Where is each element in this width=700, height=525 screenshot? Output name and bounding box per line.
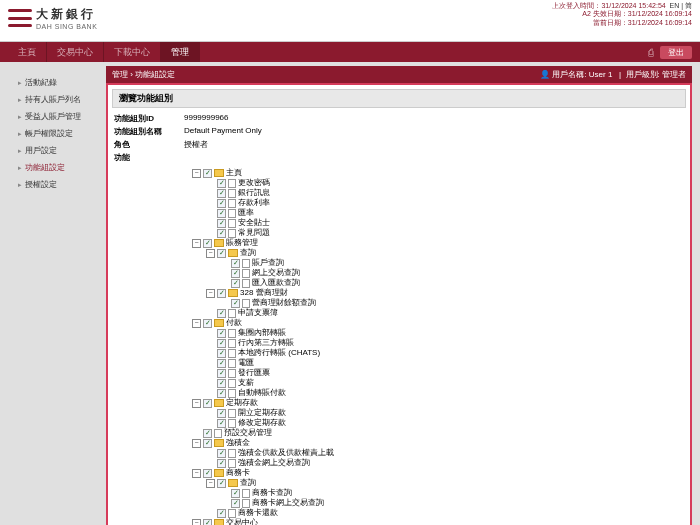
tree-node[interactable]: ✓商務卡查詢 xyxy=(182,488,686,498)
tree-node[interactable]: ✓強積金網上交易查詢 xyxy=(182,458,686,468)
checkbox[interactable]: ✓ xyxy=(217,289,226,298)
sidebar-item-auth[interactable]: 授權設定 xyxy=(8,176,98,193)
tree-node[interactable]: ✓電匯 xyxy=(182,358,686,368)
checkbox[interactable]: ✓ xyxy=(231,499,240,508)
tree-node[interactable]: ✓申請支票簿 xyxy=(182,308,686,318)
tree-node[interactable]: ✓支薪 xyxy=(182,378,686,388)
logout-button[interactable]: 登出 xyxy=(660,46,692,59)
checkbox[interactable]: ✓ xyxy=(217,329,226,338)
tree-node[interactable]: ✓安全貼士 xyxy=(182,218,686,228)
expand-icon[interactable]: − xyxy=(206,249,215,258)
nav-home[interactable]: 主頁 xyxy=(8,42,47,62)
tree-node[interactable]: −✓商務卡 xyxy=(182,468,686,478)
checkbox[interactable]: ✓ xyxy=(231,279,240,288)
checkbox[interactable]: ✓ xyxy=(203,469,212,478)
checkbox[interactable]: ✓ xyxy=(217,219,226,228)
tree-node[interactable]: ✓本地跨行轉賬 (CHATS) xyxy=(182,348,686,358)
expand-icon[interactable]: − xyxy=(206,479,215,488)
tree-node[interactable]: −✓查詢 xyxy=(182,248,686,258)
checkbox[interactable]: ✓ xyxy=(217,209,226,218)
tree-node[interactable]: −✓主頁 xyxy=(182,168,686,178)
checkbox[interactable]: ✓ xyxy=(231,259,240,268)
lang-switch[interactable]: EN | 简 xyxy=(670,2,692,9)
sidebar-item-activity[interactable]: 活動紀錄 xyxy=(8,74,98,91)
tree-node[interactable]: ✓銀行訊息 xyxy=(182,188,686,198)
tree-node[interactable]: ✓發行匯票 xyxy=(182,368,686,378)
checkbox[interactable]: ✓ xyxy=(217,369,226,378)
tree-node[interactable]: ✓商務卡網上交易查詢 xyxy=(182,498,686,508)
expand-icon[interactable]: − xyxy=(192,519,201,526)
tree-node[interactable]: ✓商務卡還款 xyxy=(182,508,686,518)
checkbox[interactable]: ✓ xyxy=(217,229,226,238)
sidebar-item-holder[interactable]: 持有人賬戶列名 xyxy=(8,91,98,108)
sidebar-item-user[interactable]: 用戶設定 xyxy=(8,142,98,159)
expand-icon[interactable]: − xyxy=(192,469,201,478)
expand-icon[interactable]: − xyxy=(192,319,201,328)
sidebar-item-func-group[interactable]: 功能組設定 xyxy=(8,159,98,176)
sidebar-item-account-auth[interactable]: 帳戶權限設定 xyxy=(8,125,98,142)
tree-node[interactable]: ✓匯入匯款查詢 xyxy=(182,278,686,288)
tree-node[interactable]: ✓修改定期存款 xyxy=(182,418,686,428)
expand-icon[interactable]: − xyxy=(192,169,201,178)
tree-node[interactable]: −✓強積金 xyxy=(182,438,686,448)
tree-node[interactable]: ✓行內第三方轉賬 xyxy=(182,338,686,348)
checkbox[interactable]: ✓ xyxy=(203,429,212,438)
expand-icon[interactable]: − xyxy=(206,289,215,298)
nav-transaction[interactable]: 交易中心 xyxy=(47,42,104,62)
checkbox[interactable]: ✓ xyxy=(217,449,226,458)
checkbox[interactable]: ✓ xyxy=(217,389,226,398)
tree-node[interactable]: ✓網上交易查詢 xyxy=(182,268,686,278)
checkbox[interactable]: ✓ xyxy=(231,299,240,308)
checkbox[interactable]: ✓ xyxy=(217,179,226,188)
nav-manage[interactable]: 管理 xyxy=(161,42,200,62)
tree-node[interactable]: ✓更改密碼 xyxy=(182,178,686,188)
expand-icon[interactable]: − xyxy=(192,399,201,408)
checkbox[interactable]: ✓ xyxy=(203,169,212,178)
checkbox[interactable]: ✓ xyxy=(217,359,226,368)
print-icon[interactable]: ⎙ xyxy=(648,47,654,58)
checkbox[interactable]: ✓ xyxy=(203,239,212,248)
checkbox[interactable]: ✓ xyxy=(217,459,226,468)
file-icon xyxy=(228,389,236,398)
checkbox[interactable]: ✓ xyxy=(217,309,226,318)
tree-node[interactable]: ✓營商理財餘額查詢 xyxy=(182,298,686,308)
tree-node[interactable]: ✓預設交易管理 xyxy=(182,428,686,438)
tree-node[interactable]: ✓賬戶查詢 xyxy=(182,258,686,268)
checkbox[interactable]: ✓ xyxy=(217,339,226,348)
tree-node[interactable]: ✓開立定期存款 xyxy=(182,408,686,418)
checkbox[interactable]: ✓ xyxy=(203,319,212,328)
tree-node[interactable]: ✓匯率 xyxy=(182,208,686,218)
tree-node[interactable]: −✓定期存款 xyxy=(182,398,686,408)
checkbox[interactable]: ✓ xyxy=(217,419,226,428)
tree-node[interactable]: ✓強積金供款及供款權責上載 xyxy=(182,448,686,458)
tree-node[interactable]: −✓賬務管理 xyxy=(182,238,686,248)
checkbox[interactable]: ✓ xyxy=(203,399,212,408)
checkbox[interactable]: ✓ xyxy=(217,349,226,358)
nav-download[interactable]: 下載中心 xyxy=(104,42,161,62)
tree-node[interactable]: ✓自動轉賬付款 xyxy=(182,388,686,398)
sidebar-item-payee[interactable]: 受益人賬戶管理 xyxy=(8,108,98,125)
checkbox[interactable]: ✓ xyxy=(217,379,226,388)
header: 大新銀行 DAH SING BANK 上次登入時間：31/12/2024 15:… xyxy=(0,0,700,42)
checkbox[interactable]: ✓ xyxy=(217,509,226,518)
checkbox[interactable]: ✓ xyxy=(231,489,240,498)
checkbox[interactable]: ✓ xyxy=(217,479,226,488)
tree-node[interactable]: −✓交易中心 xyxy=(182,518,686,525)
tree-node[interactable]: −✓查詢 xyxy=(182,478,686,488)
tree-label: 存款利率 xyxy=(238,198,270,208)
checkbox[interactable]: ✓ xyxy=(217,409,226,418)
checkbox[interactable]: ✓ xyxy=(203,439,212,448)
expand-icon[interactable]: − xyxy=(192,439,201,448)
file-icon xyxy=(228,229,236,238)
tree-node[interactable]: −✓付款 xyxy=(182,318,686,328)
checkbox[interactable]: ✓ xyxy=(217,199,226,208)
tree-node[interactable]: −✓328 營商理財 xyxy=(182,288,686,298)
expand-icon[interactable]: − xyxy=(192,239,201,248)
checkbox[interactable]: ✓ xyxy=(217,189,226,198)
tree-node[interactable]: ✓常見問題 xyxy=(182,228,686,238)
checkbox[interactable]: ✓ xyxy=(203,519,212,526)
checkbox[interactable]: ✓ xyxy=(231,269,240,278)
tree-node[interactable]: ✓集團內部轉賬 xyxy=(182,328,686,338)
tree-node[interactable]: ✓存款利率 xyxy=(182,198,686,208)
checkbox[interactable]: ✓ xyxy=(217,249,226,258)
